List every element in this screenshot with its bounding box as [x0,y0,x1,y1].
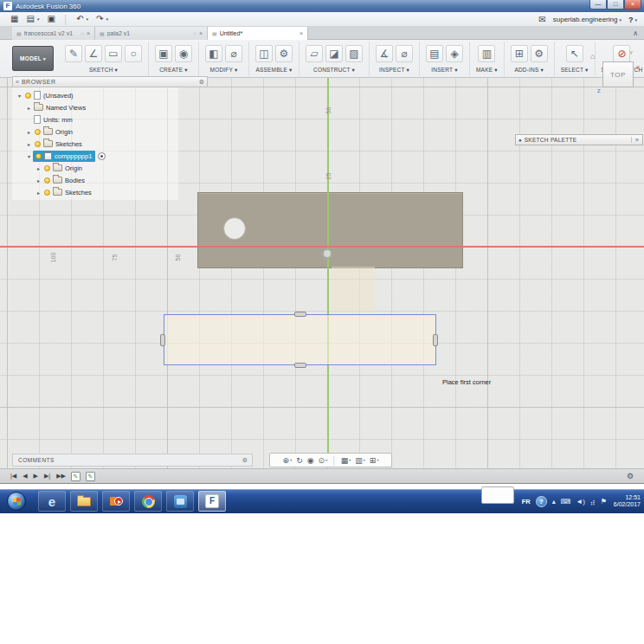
expander-closed-icon[interactable]: ▸ [25,105,33,111]
grid-settings-icon[interactable]: ▥ [355,456,363,465]
maximize-button[interactable]: □ [607,0,624,10]
taskbar-file-explorer[interactable] [70,491,98,512]
ribbon-group-inspect[interactable]: ∡⌀INSPECT ▾ [370,42,420,76]
add-ins-tool-icon[interactable]: ⚙ [531,45,548,62]
sketch-tool-icon[interactable]: ▭ [105,45,122,62]
undo-icon[interactable]: ↶ [76,12,83,26]
browser-item-label[interactable]: Origin [55,128,73,136]
browser-item-bodies[interactable]: ▸Bodies [12,174,178,186]
tray-keyboard-icon[interactable]: ⌨ [561,498,571,506]
zoom-caret-icon[interactable]: ▾ [325,458,327,462]
visibility-bulb-icon[interactable] [25,93,31,99]
ribbon-group-construct[interactable]: ▱◪▨CONSTRUCT ▾ [299,42,370,76]
sketch-handle-top[interactable] [294,312,306,317]
ribbon-group-insert[interactable]: ▤◈INSERT ▾ [420,42,470,76]
tab-close-icon[interactable]: × [87,30,90,36]
display-caret-icon[interactable]: ▾ [349,458,351,462]
language-indicator[interactable]: FR [522,498,531,506]
account-caret-icon[interactable]: ▾ [619,17,621,23]
viewcube-face[interactable]: TOP [602,61,634,87]
redo-icon[interactable]: ↷ [96,12,103,26]
expander-closed-icon[interactable]: ▸ [25,129,33,135]
workspace-selector[interactable]: MODEL ▾ [12,46,54,71]
tab-label[interactable]: pala2 v1 [107,30,191,36]
taskbar-internet-explorer[interactable]: e [38,491,66,512]
taskbar-chrome[interactable] [134,491,162,512]
ribbon-group-label[interactable]: ASSEMBLE ▾ [255,67,292,74]
app-menu-icon[interactable]: ▦ [10,12,18,26]
taskbar-media-app[interactable] [102,491,130,512]
tray-help-icon[interactable]: ? [536,496,547,507]
construct-tool-icon[interactable]: ▨ [345,45,363,62]
pan-caret-icon[interactable]: ▾ [290,458,292,462]
timeline-go-end-icon[interactable]: ▶▶ [56,473,66,480]
ribbon-group-add-ins[interactable]: ⊞⚙ADD-INS ▾ [505,42,555,76]
ribbon-collapse-icon[interactable]: ∧ [633,29,638,37]
tray-action-center-icon[interactable]: ⚑ [601,498,607,506]
ribbon-group-modify[interactable]: ◧⌀MODIFY ▾ [199,42,249,76]
tab-francescca1[interactable]: ▤ francescca1 v2 v1 ○ × [12,27,95,40]
minimize-button[interactable]: — [589,0,607,10]
create-tool-icon[interactable]: ◉ [175,45,192,62]
file-icon[interactable]: ▤ [26,12,34,26]
ribbon-group-label[interactable]: SELECT ▾ [561,67,589,74]
ribbon-group-label[interactable]: ADD-INS ▾ [514,67,544,74]
browser-collapse-icon[interactable]: « [16,79,19,85]
taskbar-fusion-360[interactable]: F [198,491,226,512]
tray-expand-icon[interactable]: ▴ [552,498,556,506]
add-ins-tool-icon[interactable]: ⊞ [511,45,528,62]
comments-gear-icon[interactable]: ⚙ [242,457,248,464]
insert-tool-icon[interactable]: ◈ [446,45,463,62]
inspect-tool-icon[interactable]: ∡ [376,45,393,62]
viewports-caret-icon[interactable]: ▾ [377,458,378,462]
viewports-icon[interactable]: ⊞ [370,456,377,465]
sketch-tool-icon[interactable]: ∠ [85,45,102,62]
timeline-sketch-feature-1[interactable]: ✎ [71,472,80,481]
display-settings-icon[interactable]: ▦ [341,456,349,465]
expander-closed-icon[interactable]: ▸ [35,177,42,184]
ribbon-group-make[interactable]: ▥MAKE ▾ [470,42,505,76]
comments-panel-header[interactable]: COMMENTS ⚙ [12,454,253,467]
browser-item-label[interactable]: Units: mm [43,116,73,124]
visibility-bulb-icon[interactable] [35,141,41,147]
selected-sketch-rectangle[interactable] [164,314,436,365]
browser-item-units-mm[interactable]: Units: mm [12,113,178,126]
origin-point[interactable] [322,248,332,259]
browser-item-origin[interactable]: ▸Origin [12,126,178,138]
tab-pala2[interactable]: ▤ pala2 v1 ○ × [95,27,208,40]
browser-item-sketches[interactable]: ▸Sketches [12,186,178,198]
assemble-tool-icon[interactable]: ⚙ [275,45,293,62]
undo-caret-icon[interactable]: ▾ [87,16,89,22]
help-icon[interactable]: ? [628,16,634,24]
browser-item-label[interactable]: Bodies [65,177,85,184]
sketch-palette-expand-icon[interactable]: » [631,137,642,143]
browser-item-named-views[interactable]: ▸Named Views [12,101,178,113]
visibility-bulb-icon[interactable] [44,165,50,171]
account-menu[interactable]: superlab.engineering [553,16,618,23]
sketch-handle-right[interactable] [433,334,438,346]
ribbon-group-label[interactable]: INSPECT ▾ [379,67,409,74]
browser-item-label[interactable]: Origin [65,164,82,172]
ribbon-group-assemble[interactable]: ◫⚙ASSEMBLE ▾ [249,42,299,76]
taskbar-viewer-app[interactable] [166,491,194,512]
browser-item-label[interactable]: compppppp1 [55,152,92,160]
browser-item--unsaved-[interactable]: ▾(Unsaved) [12,89,178,101]
help-caret-icon[interactable]: ▾ [634,17,637,23]
body-hole[interactable] [223,217,246,240]
sketch-palette-header[interactable]: ● SKETCH PALETTE » [515,134,643,145]
sketch-handle-bottom[interactable] [294,363,306,368]
save-icon[interactable]: ▣ [47,12,55,26]
tab-close-icon[interactable]: × [299,30,303,36]
look-at-icon[interactable]: ◉ [307,456,314,465]
tray-network-icon[interactable]: ⣴ [590,498,596,506]
tray-volume-icon[interactable]: ◄) [576,498,585,506]
ribbon-group-label[interactable]: INSERT ▾ [431,67,457,74]
visibility-bulb-icon[interactable] [35,129,41,135]
timeline-play-icon[interactable]: ▶ [34,473,38,480]
construct-tool-icon[interactable]: ◪ [325,45,343,62]
visibility-bulb-icon[interactable] [44,177,50,184]
close-button[interactable]: × [624,0,641,10]
ribbon-group-select[interactable]: ↖SELECT ▾ [555,42,596,76]
ribbon-group-create[interactable]: ▣◉CREATE ▾ [149,42,199,76]
tab-sync-icon[interactable]: ○ [80,31,84,36]
